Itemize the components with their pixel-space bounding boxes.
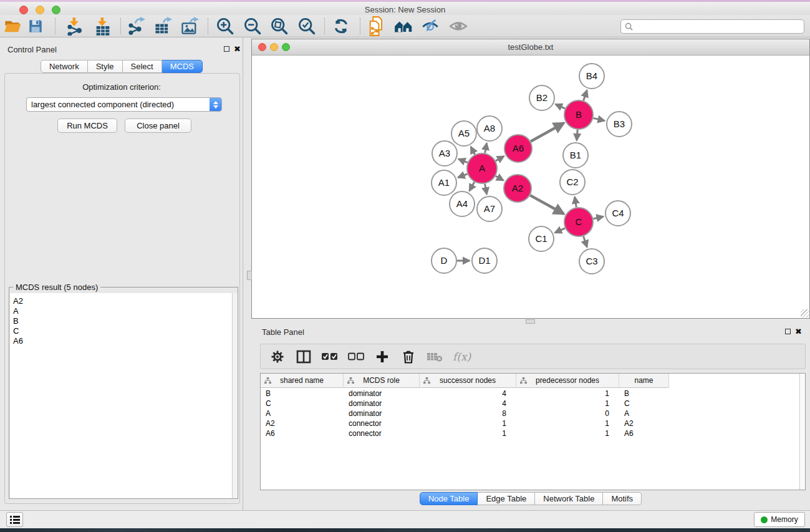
edge-B-B1[interactable] xyxy=(577,130,577,140)
clone-network-button[interactable] xyxy=(367,17,387,36)
search-input[interactable] xyxy=(635,22,804,32)
table-cell[interactable]: 4 xyxy=(420,399,516,409)
delete-column-button[interactable] xyxy=(400,349,417,365)
table-settings-button[interactable] xyxy=(269,349,286,365)
table-cell[interactable]: B xyxy=(261,389,344,399)
open-session-button[interactable] xyxy=(2,17,22,36)
edge-A-A8[interactable] xyxy=(485,143,487,153)
table-cell[interactable]: dominator xyxy=(344,399,420,409)
criterion-dropdown[interactable]: largest connected component (directed) xyxy=(26,97,222,112)
table-cell[interactable]: 1 xyxy=(420,418,516,428)
table-cell[interactable]: 1 xyxy=(420,428,516,438)
search-field[interactable] xyxy=(620,19,804,34)
table-cell[interactable]: dominator xyxy=(344,409,420,418)
main-titlebar[interactable]: Session: New Session xyxy=(0,2,810,15)
table-cell[interactable]: A xyxy=(261,409,344,418)
edge-B-B3[interactable] xyxy=(593,118,604,120)
table-cell[interactable]: C xyxy=(619,399,669,409)
edge-A-A1[interactable] xyxy=(458,174,467,178)
hide-view-button[interactable] xyxy=(420,17,440,36)
edge-C-C1[interactable] xyxy=(555,228,565,233)
column-header-successor-nodes[interactable]: successor nodes xyxy=(420,374,516,388)
tab-network[interactable]: Network xyxy=(41,60,88,73)
table-cell[interactable]: connector xyxy=(344,418,420,428)
edge-B-B4[interactable] xyxy=(584,90,587,101)
table-cell[interactable]: 1 xyxy=(516,418,619,428)
column-header-shared-name[interactable]: shared name xyxy=(261,374,344,388)
table-cell[interactable]: 4 xyxy=(420,389,516,399)
save-session-button[interactable] xyxy=(26,17,46,36)
float-panel-icon[interactable] xyxy=(224,46,229,52)
zoom-out-button[interactable] xyxy=(243,17,263,36)
edge-A-A2[interactable] xyxy=(496,176,504,180)
zoom-fit-button[interactable] xyxy=(269,17,289,36)
edge-A6-B[interactable] xyxy=(531,123,564,142)
column-header-mcds-role[interactable]: MCDS role xyxy=(344,374,420,388)
result-item-a2[interactable]: A2 xyxy=(10,296,238,306)
edge-A-A7[interactable] xyxy=(485,184,487,195)
import-network-button[interactable] xyxy=(65,17,85,36)
close-panel-icon[interactable]: ✖ xyxy=(234,44,241,54)
table-cell[interactable]: A6 xyxy=(619,428,669,438)
edge-C-C4[interactable] xyxy=(593,216,603,219)
edge-A-A5[interactable] xyxy=(471,147,475,154)
edge-A-A3[interactable] xyxy=(458,159,468,163)
tab-style[interactable]: Style xyxy=(88,60,123,73)
result-item-b[interactable]: B xyxy=(10,316,238,326)
table-cell[interactable]: 1 xyxy=(516,399,619,409)
delete-table-button[interactable] xyxy=(427,349,443,365)
network-window[interactable]: testGlobe.txt AA1A2A3A4A5A6A7A8BB1B2B3B4… xyxy=(251,39,810,319)
edge-A2-C[interactable] xyxy=(530,195,564,214)
tab-network-table[interactable]: Network Table xyxy=(535,492,603,505)
table-cell[interactable]: 1 xyxy=(516,428,619,438)
export-network-button[interactable] xyxy=(126,17,146,36)
show-view-button[interactable] xyxy=(448,17,468,36)
zoom-selected-button[interactable] xyxy=(297,17,317,36)
table-row[interactable]: A6connector11A6 xyxy=(261,428,669,438)
export-image-button[interactable] xyxy=(180,17,200,36)
zoom-in-button[interactable] xyxy=(215,17,235,36)
table-row[interactable]: A2connector11A2 xyxy=(261,418,669,428)
table-close-icon[interactable]: ✖ xyxy=(795,327,802,336)
table-cell[interactable]: dominator xyxy=(344,389,420,399)
tab-edge-table[interactable]: Edge Table xyxy=(478,492,535,505)
deselect-all-columns-button[interactable] xyxy=(348,349,364,365)
edge-C-C2[interactable] xyxy=(575,197,577,208)
run-mcds-button[interactable]: Run MCDS xyxy=(57,118,117,133)
result-item-c[interactable]: C xyxy=(10,326,238,336)
table-cell[interactable]: A2 xyxy=(261,418,344,428)
network-window-titlebar[interactable]: testGlobe.txt xyxy=(252,39,809,56)
horizontal-splitter-grip[interactable] xyxy=(526,319,535,324)
select-all-columns-button[interactable] xyxy=(322,349,338,365)
table-cell[interactable]: A2 xyxy=(619,418,669,428)
task-history-button[interactable] xyxy=(6,512,23,527)
function-builder-button[interactable]: f(x) xyxy=(453,351,471,363)
table-cell[interactable]: connector xyxy=(344,428,420,438)
table-cell[interactable]: A6 xyxy=(261,428,344,438)
table-cell[interactable]: C xyxy=(261,399,344,409)
table-scrollbar[interactable] xyxy=(799,374,805,490)
result-item-a6[interactable]: A6 xyxy=(10,336,238,346)
network-canvas[interactable]: AA1A2A3A4A5A6A7A8BB1B2B3B4CC1C2C3C4DD1 xyxy=(252,56,809,318)
table-cell[interactable]: B xyxy=(619,389,669,399)
show-column-panel-button[interactable] xyxy=(296,349,312,365)
column-header-name[interactable]: name xyxy=(619,374,669,388)
edge-B-B2[interactable] xyxy=(556,104,565,109)
close-panel-button[interactable]: Close panel xyxy=(125,118,191,133)
tab-node-table[interactable]: Node Table xyxy=(420,492,478,505)
tab-motifs[interactable]: Motifs xyxy=(603,492,642,505)
table-row[interactable]: Cdominator41C xyxy=(261,399,669,409)
import-table-button[interactable] xyxy=(93,17,113,36)
vertical-splitter-grip[interactable] xyxy=(247,271,252,280)
edge-A-A4[interactable] xyxy=(470,182,475,191)
memory-button[interactable]: Memory xyxy=(754,512,805,527)
table-cell[interactable]: A xyxy=(619,409,669,418)
result-item-a[interactable]: A xyxy=(10,306,238,316)
tab-mcds[interactable]: MCDS xyxy=(162,60,203,73)
column-header-predecessor-nodes[interactable]: predecessor nodes xyxy=(516,374,619,388)
edge-C-C3[interactable] xyxy=(584,236,587,247)
table-row[interactable]: Adominator80A xyxy=(261,409,669,418)
resize-grip-icon[interactable] xyxy=(801,309,809,317)
table-cell[interactable]: 1 xyxy=(516,389,619,399)
edge-A-A6[interactable] xyxy=(496,157,504,161)
